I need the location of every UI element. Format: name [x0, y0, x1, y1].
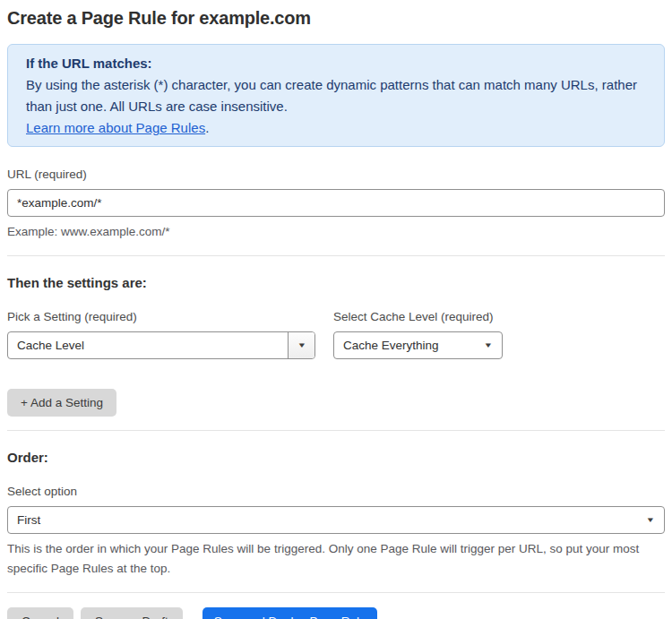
order-section-heading: Order: [7, 450, 665, 465]
url-label: URL (required) [7, 168, 665, 182]
page-title: Create a Page Rule for example.com [7, 8, 665, 29]
info-link-row: Learn more about Page Rules. [26, 117, 646, 139]
dropdown-arrow-glyph: ▼ [297, 342, 306, 349]
pick-setting-label: Pick a Setting (required) [7, 310, 315, 324]
order-select-label: Select option [7, 485, 665, 499]
save-deploy-button[interactable]: Save and Deploy Page Rule [202, 607, 378, 619]
url-match-info-box: If the URL matches: By using the asteris… [7, 44, 665, 147]
chevron-down-icon: ▼ [288, 332, 314, 358]
add-setting-button[interactable]: + Add a Setting [7, 389, 116, 417]
actions-row: Cancel Save as Draft Save and Deploy Pag… [7, 607, 665, 619]
dropdown-arrow-glyph: ▼ [646, 517, 656, 524]
cache-level-value: Cache Everything [334, 339, 485, 352]
divider-url-settings [7, 255, 665, 256]
url-helper-text: Example: www.example.com/* [7, 222, 665, 242]
pick-setting-dropdown[interactable]: Cache Level ▼ [7, 331, 315, 359]
chevron-down-icon: ▼ [647, 517, 664, 524]
pick-setting-value: Cache Level [8, 339, 288, 352]
pick-setting-field: Pick a Setting (required) Cache Level ▼ [7, 310, 315, 359]
divider-settings-order [7, 430, 665, 431]
settings-row: Pick a Setting (required) Cache Level ▼ … [7, 310, 665, 359]
page-rule-form: Create a Page Rule for example.com If th… [0, 0, 672, 619]
dropdown-arrow-glyph: ▼ [484, 342, 494, 349]
save-draft-button[interactable]: Save as Draft [81, 607, 183, 619]
cache-level-label: Select Cache Level (required) [333, 310, 503, 324]
info-box-body: By using the asterisk (*) character, you… [26, 74, 646, 117]
chevron-down-icon: ▼ [485, 342, 502, 349]
link-period-text: . [205, 120, 209, 135]
divider-order-actions [7, 592, 665, 593]
order-helper-text: This is the order in which your Page Rul… [7, 539, 652, 579]
settings-section-heading: Then the settings are: [7, 275, 665, 290]
url-input[interactable] [7, 189, 665, 217]
order-dropdown[interactable]: First ▼ [7, 506, 665, 534]
cache-level-field: Select Cache Level (required) Cache Ever… [333, 310, 503, 359]
learn-more-link[interactable]: Learn more about Page Rules [26, 120, 205, 135]
cancel-button[interactable]: Cancel [7, 607, 73, 619]
info-box-heading: If the URL matches: [26, 53, 646, 74]
cache-level-dropdown[interactable]: Cache Everything ▼ [333, 331, 503, 359]
order-value: First [8, 513, 647, 527]
